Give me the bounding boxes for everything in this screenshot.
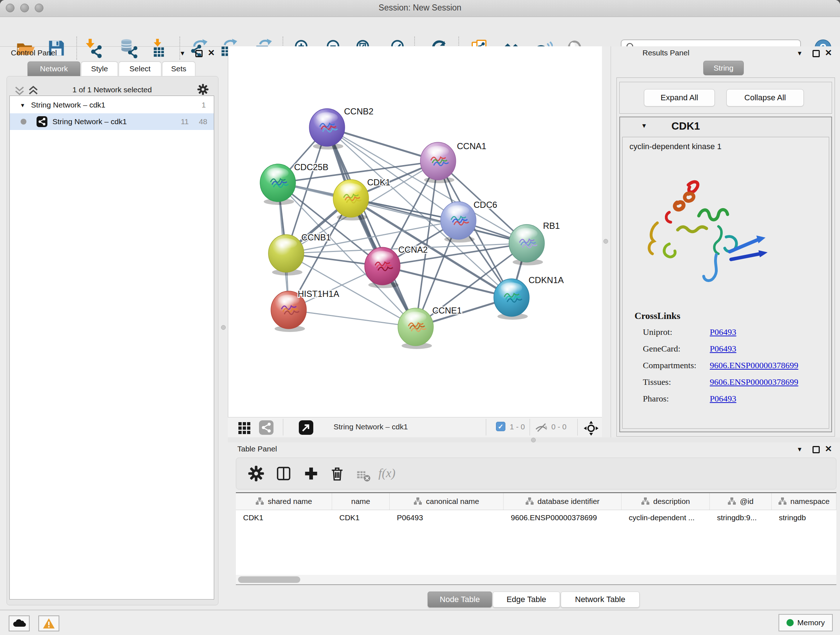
table-panel-title: Table Panel — [237, 445, 277, 453]
network-row[interactable]: String Network – cdk1 11 48 — [10, 113, 214, 130]
birdseye-toggle[interactable] — [583, 420, 599, 438]
open-in-browser-button[interactable] — [299, 420, 313, 435]
crosslink-link[interactable]: P06493 — [710, 327, 736, 337]
external-link-icon — [299, 420, 313, 435]
node-CDKN1A[interactable] — [494, 279, 529, 320]
column-header-namespace[interactable]: namespace — [772, 493, 836, 510]
columns-icon — [275, 465, 292, 482]
footer-separator — [283, 419, 283, 435]
crosslink-link[interactable]: P06493 — [710, 394, 736, 404]
toolbar-separator — [76, 36, 77, 60]
column-header-name[interactable]: name — [332, 493, 390, 510]
cloud-status-button[interactable] — [9, 616, 30, 631]
node-CCNB1[interactable] — [268, 234, 304, 276]
crosshair-icon — [583, 420, 599, 436]
table-settings-button[interactable] — [248, 465, 265, 482]
control-panel-collapse-icon[interactable]: ▼ — [180, 50, 186, 57]
network-canvas[interactable]: CCNB2CCNA1CDC25BCDK1CDC6RB1CCNB1CCNA2CDK… — [228, 46, 602, 417]
tree-expand-icon[interactable]: ▼ — [20, 102, 25, 108]
tab-node-table[interactable]: Node Table — [428, 592, 492, 608]
network-collection-row[interactable]: ▼ String Network – cdk1 1 — [10, 97, 214, 113]
table-panel-float-icon[interactable] — [813, 446, 820, 453]
delete-column-button[interactable] — [328, 465, 346, 482]
results-panel-float-icon[interactable] — [813, 50, 820, 57]
protein-structure-image — [635, 170, 776, 290]
column-header--id[interactable]: @id — [710, 493, 772, 510]
table-header-row: shared namenamecanonical namedatabase id… — [236, 493, 836, 510]
import-network-button[interactable] — [84, 38, 104, 58]
column-type-icon — [728, 497, 736, 506]
crosslink-link[interactable]: 9606.ENSP00000378699 — [710, 361, 798, 371]
string-view-button[interactable] — [259, 420, 273, 435]
tab-network-table[interactable]: Network Table — [561, 592, 639, 608]
tab-string[interactable]: String — [703, 61, 744, 75]
node-CCNE1[interactable] — [398, 308, 433, 349]
results-panel-close-icon[interactable]: ✕ — [825, 49, 832, 57]
network-view-toolbar: String Network – cdk1 ✓ 1 - 0 0 - 0 — [228, 417, 602, 437]
table-panel-close-icon[interactable]: ✕ — [825, 445, 832, 453]
memory-button[interactable]: Memory — [778, 614, 833, 631]
selected-checkbox[interactable]: ✓ — [496, 422, 505, 431]
network-options-gear-icon[interactable] — [197, 83, 209, 96]
cell[interactable]: 9606.ENSP00000378699 — [504, 510, 622, 526]
cell[interactable]: stringdb:9... — [710, 510, 772, 526]
column-type-icon — [778, 497, 787, 506]
cell[interactable]: CDK1 — [332, 510, 390, 526]
crosslink-link[interactable]: 9606.ENSP00000378699 — [710, 377, 798, 387]
node-CCNA2[interactable] — [365, 247, 400, 288]
import-table-button[interactable] — [148, 38, 169, 58]
node-CCNA1[interactable] — [420, 142, 456, 183]
node-RB1[interactable] — [509, 225, 545, 265]
grid-view-button[interactable] — [237, 420, 252, 436]
node-CDK1[interactable] — [333, 180, 369, 220]
tab-style[interactable]: Style — [81, 62, 118, 76]
show-columns-button[interactable] — [275, 465, 292, 482]
control-panel-close-icon[interactable]: ✕ — [208, 49, 215, 57]
column-header-label: namespace — [790, 497, 830, 506]
table-panel-collapse-icon[interactable]: ▼ — [797, 446, 803, 453]
cloud-icon — [12, 618, 27, 629]
status-bar: Memory — [0, 610, 840, 635]
delete-table-button[interactable] — [356, 468, 371, 483]
vertical-splitter-handle[interactable] — [221, 325, 226, 330]
column-header-label: canonical name — [426, 497, 479, 506]
cell[interactable]: CDK1 — [236, 510, 332, 526]
column-header-canonical-name[interactable]: canonical name — [390, 493, 504, 510]
selected-count: 1 - 0 — [510, 423, 525, 431]
cell[interactable]: P06493 — [390, 510, 504, 526]
crosslink-label: Pharos: — [643, 394, 669, 403]
table-row[interactable]: CDK1CDK1P064939606.ENSP00000378699cyclin… — [236, 510, 836, 526]
hidden-toggle[interactable] — [534, 420, 549, 436]
horizontal-splitter-handle[interactable] — [531, 438, 536, 442]
column-header-shared-name[interactable]: shared name — [236, 493, 332, 510]
collapse-all-button[interactable]: Collapse All — [726, 89, 804, 106]
results-splitter-handle[interactable] — [603, 239, 608, 244]
hscrollbar-thumb[interactable] — [238, 576, 300, 583]
tab-edge-table[interactable]: Edge Table — [493, 592, 560, 608]
import-network-icon — [84, 38, 104, 58]
table-hscrollbar[interactable] — [236, 575, 836, 584]
cell[interactable]: cyclin-dependent ... — [622, 510, 710, 526]
column-header-database-identifier[interactable]: database identifier — [504, 493, 622, 510]
function-builder-button[interactable]: f(x) — [378, 466, 395, 480]
create-column-button[interactable] — [302, 465, 320, 482]
import-network-from-database-button[interactable] — [118, 38, 139, 58]
control-panel-float-icon[interactable] — [195, 50, 202, 57]
entry-collapse-icon[interactable]: ▼ — [641, 122, 647, 130]
node-CCNB2[interactable] — [309, 109, 345, 149]
crosslink-label: Tissues: — [643, 377, 671, 386]
cell[interactable]: stringdb — [772, 510, 836, 526]
node-label-CDKN1A: CDKN1A — [529, 275, 564, 285]
column-header-description[interactable]: description — [622, 493, 710, 510]
results-panel-collapse-icon[interactable]: ▼ — [797, 50, 803, 57]
tab-select[interactable]: Select — [118, 62, 161, 76]
warning-status-button[interactable] — [38, 616, 59, 631]
column-type-icon — [256, 497, 264, 506]
node-table[interactable]: shared namenamecanonical namedatabase id… — [236, 492, 836, 585]
tab-network[interactable]: Network — [27, 62, 80, 76]
node-CDC25B[interactable] — [260, 164, 295, 205]
crosslink-link[interactable]: P06493 — [710, 344, 736, 354]
tab-sets[interactable]: Sets — [162, 62, 195, 76]
crosslinks-title: CrossLinks — [635, 310, 681, 321]
expand-all-button[interactable]: Expand All — [644, 89, 715, 106]
